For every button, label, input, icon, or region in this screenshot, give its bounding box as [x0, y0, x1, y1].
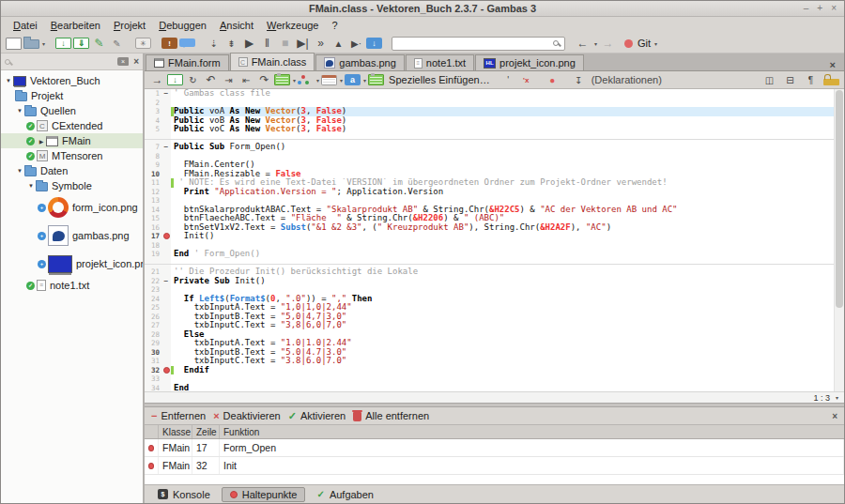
git-caret-icon[interactable]: ▾ [654, 40, 657, 47]
eject-icon[interactable]: ▲ [330, 36, 346, 52]
unindent-icon[interactable]: ⇤ [238, 72, 254, 88]
redo-icon[interactable]: ↷ [256, 72, 272, 88]
tree-item-gambas-png[interactable]: +gambas.png [1, 221, 143, 250]
code-editor[interactable]: 1−' Gambas class file23Public voA As New… [145, 89, 844, 391]
dropdown-caret-icon[interactable]: ▾ [594, 40, 597, 47]
line-number[interactable]: 14 [145, 206, 161, 215]
code-line[interactable]: 25 txbInputA.Text = "1,0|1,0|2,44" [145, 303, 844, 313]
line-number[interactable]: 23 [145, 285, 161, 295]
line-number[interactable]: 27 [145, 321, 161, 330]
new-file-icon[interactable] [6, 38, 22, 50]
close-tab-icon[interactable]: × [822, 59, 844, 70]
clear-filter-icon[interactable]: × [117, 57, 129, 66]
line-number[interactable]: 25 [145, 303, 161, 313]
tab-projekt-icon-png[interactable]: HLprojekt_icon.png [475, 54, 584, 70]
tree-item-projekt-icon-png[interactable]: +projekt_icon.png [1, 250, 143, 278]
save-project-icon[interactable]: ↓ [55, 38, 71, 49]
code-line[interactable]: 32 Endif [145, 366, 844, 375]
remove-all-breakpoints-button[interactable]: Alle entfernen [353, 410, 429, 421]
code-line[interactable]: 18 [145, 241, 844, 251]
line-number[interactable]: 17 [145, 232, 161, 241]
status-caret-icon[interactable]: ▾ [836, 394, 838, 401]
column-header-zeile[interactable]: Zeile [192, 425, 220, 438]
code-line[interactable]: 24 If Left$(Format$(0, ".0")) = "," Then [145, 295, 844, 304]
code-line[interactable]: 29 txbInputA.Text = "1.0|1.0|2.44" [145, 339, 844, 348]
pause-icon[interactable]: ‖ [259, 36, 275, 52]
reload-icon[interactable]: ↻ [185, 72, 201, 88]
expander-icon[interactable]: ▼ [4, 78, 13, 84]
pilcrow-icon[interactable]: ¶ [803, 72, 819, 88]
menu-item-projekt[interactable]: Projekt [107, 19, 152, 32]
procedures-icon[interactable] [298, 75, 314, 85]
tree-item-form-icon-png[interactable]: +form_icon.png [1, 193, 143, 221]
debug-extern-icon[interactable]: ↓ [366, 38, 382, 49]
menu-item-bearbeiten[interactable]: Bearbeiten [44, 19, 107, 32]
code-line[interactable]: 7−Public Sub Form_Open() [145, 143, 844, 152]
tree-item-cextended[interactable]: ✓CCExtended [1, 118, 143, 133]
close-button[interactable]: × [831, 4, 837, 13]
scrollbar-thumb[interactable] [836, 90, 843, 308]
code-line[interactable]: 3Public voA As New Vector(3, False) [145, 107, 844, 116]
code-line[interactable]: 15 btnFlaecheABC.Text = "Fläche " & Stri… [145, 214, 844, 223]
tree-item-fmain[interactable]: ✓▶FMain [1, 133, 143, 148]
menu-item-werkzeuge[interactable]: Werkzeuge [260, 19, 325, 32]
code-line[interactable]: 10 FMain.Resizable = False [145, 170, 844, 179]
line-number[interactable]: 30 [145, 348, 161, 358]
back-icon[interactable]: ← [575, 36, 591, 52]
tab-haltepunkte[interactable]: Haltepunkte [222, 487, 306, 502]
menu-item-debuggen[interactable]: Debuggen [152, 19, 213, 32]
expander-icon[interactable]: ▶ [37, 138, 46, 145]
line-number[interactable]: 13 [145, 196, 161, 206]
insert-snippet-icon[interactable] [321, 75, 337, 85]
lock-icon[interactable] [823, 79, 839, 85]
search-input[interactable] [392, 38, 564, 49]
run-icon[interactable]: ▶ [241, 36, 257, 52]
enable-breakpoint-button[interactable]: ✓Aktivieren [288, 410, 346, 421]
line-number[interactable]: 9 [145, 160, 161, 170]
dropdown-caret-icon[interactable]: ▾ [293, 77, 296, 84]
tab-aufgaben[interactable]: ✓Aufgaben [308, 487, 382, 502]
code-line[interactable]: 5Public voC As New Vector(3, False) [145, 125, 844, 134]
open-project-icon[interactable] [23, 39, 39, 49]
line-number[interactable]: 24 [145, 295, 161, 304]
line-number[interactable]: 31 [145, 357, 161, 366]
dropdown-caret-icon[interactable]: ▾ [340, 77, 343, 84]
fold-marker-icon[interactable]: − [161, 277, 171, 286]
tab-konsole[interactable]: $Konsole [149, 487, 219, 502]
line-number[interactable]: 16 [145, 223, 161, 233]
code-line[interactable]: 23 [145, 285, 844, 295]
code-line[interactable]: 17 Init() [145, 232, 844, 241]
line-number[interactable]: 22 [145, 277, 161, 286]
code-line[interactable]: 31 txbInputC.Text = "3.8|6.0|7.0" [145, 357, 844, 366]
line-number[interactable] [145, 134, 161, 144]
compile-icon[interactable]: ✎ [91, 36, 107, 52]
code-line[interactable]: 14 btnSkalarproduktABAC.Text = "Skalarpr… [145, 206, 844, 215]
code-line[interactable]: 16 btnSetV1xV2.Text = Subst("&1 &2 &3", … [145, 223, 844, 233]
goto-line-icon[interactable]: → [149, 72, 165, 88]
fold-marker-icon[interactable]: − [161, 89, 171, 99]
forward-icon[interactable]: → [600, 36, 616, 52]
code-line[interactable]: 21'' Die Prozedur Init() berücksichtigt … [145, 267, 844, 277]
code-line[interactable]: 19End ' Form_Open() [145, 250, 844, 259]
line-number[interactable]: 18 [145, 241, 161, 251]
line-number[interactable]: 11 [145, 178, 161, 188]
line-number[interactable]: 12 [145, 188, 161, 197]
line-number[interactable] [145, 259, 161, 268]
uncomment-icon[interactable]: 'x [518, 72, 534, 88]
indent-icon[interactable]: ⇥ [221, 72, 237, 88]
line-number[interactable]: 34 [145, 384, 161, 392]
tree-item-daten[interactable]: ▼Daten [1, 163, 143, 178]
close-panel-icon[interactable]: × [832, 411, 837, 421]
step-into-icon[interactable]: ▶| [295, 36, 311, 52]
line-number[interactable]: 33 [145, 374, 161, 384]
menu-item-item[interactable]: ? [326, 19, 345, 32]
expander-icon[interactable]: ▼ [15, 108, 24, 114]
git-menu-label[interactable]: Git [638, 38, 651, 49]
line-number[interactable]: 15 [145, 214, 161, 223]
remove-breakpoint-button[interactable]: −Entfernen [151, 410, 206, 421]
save-file-icon[interactable]: ↓ [167, 74, 183, 85]
line-number[interactable]: 10 [145, 170, 161, 179]
line-number[interactable]: 3 [145, 107, 161, 116]
code-line[interactable]: 34End [145, 384, 844, 392]
expander-icon[interactable]: ▼ [15, 168, 24, 174]
